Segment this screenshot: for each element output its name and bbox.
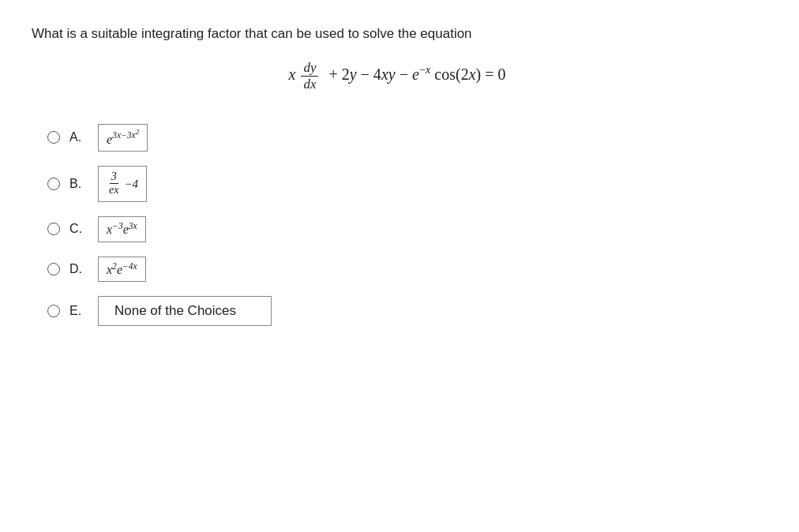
expr-b: 3 ex −4 bbox=[107, 170, 138, 198]
choice-box-c[interactable]: x−3e3x bbox=[98, 216, 146, 242]
label-d: D. bbox=[69, 262, 88, 276]
choice-row-a: A. e3x−3x2 bbox=[47, 124, 767, 152]
equation-block: x dy dx + 2y − 4xy − e−x cos(2x) = 0 bbox=[32, 60, 767, 92]
label-a: A. bbox=[69, 130, 88, 144]
expr-d: x2e−4x bbox=[107, 261, 137, 277]
choice-row-c: C. x−3e3x bbox=[47, 216, 767, 242]
radio-c[interactable] bbox=[47, 223, 60, 235]
choice-box-e[interactable]: None of the Choices bbox=[98, 296, 272, 326]
expr-a: e3x−3x2 bbox=[107, 129, 139, 147]
choice-box-b[interactable]: 3 ex −4 bbox=[98, 166, 147, 203]
choices-container: A. e3x−3x2 B. 3 ex −4 C. x−3e3x bbox=[47, 124, 767, 326]
label-c: C. bbox=[69, 222, 88, 236]
choice-row-d: D. x2e−4x bbox=[47, 257, 767, 282]
label-b: B. bbox=[69, 177, 88, 191]
radio-a[interactable] bbox=[47, 131, 60, 144]
choice-row-e: E. None of the Choices bbox=[47, 296, 767, 326]
choice-row-b: B. 3 ex −4 bbox=[47, 166, 767, 203]
radio-b[interactable] bbox=[47, 178, 60, 190]
expr-c: x−3e3x bbox=[107, 221, 137, 237]
question-text: What is a suitable integrating factor th… bbox=[32, 24, 767, 44]
choice-box-a[interactable]: e3x−3x2 bbox=[98, 124, 148, 152]
label-e: E. bbox=[69, 304, 88, 318]
choice-box-d[interactable]: x2e−4x bbox=[98, 257, 146, 282]
radio-d[interactable] bbox=[47, 263, 60, 275]
radio-e[interactable] bbox=[47, 305, 60, 317]
